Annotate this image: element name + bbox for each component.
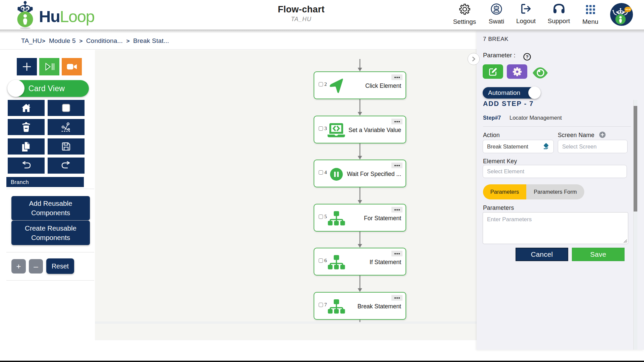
svg-text:?: ? (526, 54, 528, 59)
